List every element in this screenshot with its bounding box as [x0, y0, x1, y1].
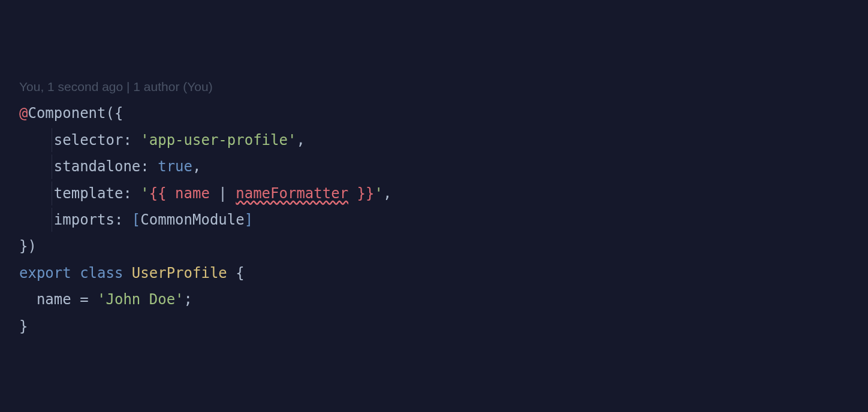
- space: [71, 265, 80, 281]
- comma: ,: [192, 158, 201, 175]
- pipe-operator: |: [210, 185, 236, 202]
- indent: [19, 185, 54, 202]
- code-line-2[interactable]: selector: 'app-user-profile',: [19, 127, 868, 153]
- class-keyword: class: [80, 265, 123, 281]
- quote-open: ': [140, 132, 149, 149]
- code-line-9[interactable]: }: [19, 313, 868, 340]
- quote-close: ': [288, 132, 296, 149]
- indent: [19, 291, 37, 308]
- colon: :: [140, 158, 158, 175]
- class-name: UserProfile: [132, 265, 227, 281]
- semicolon: ;: [184, 291, 192, 308]
- field-name: name: [37, 291, 71, 308]
- colon: :: [114, 211, 132, 228]
- space: [123, 265, 131, 281]
- prop-template-key: template: [54, 185, 123, 202]
- comma: ,: [296, 132, 305, 149]
- quote-open: ': [140, 185, 149, 202]
- interp-close: }}: [348, 185, 374, 202]
- quote-open: ': [97, 291, 106, 308]
- equals: =: [71, 291, 97, 308]
- string-value: John Doe: [106, 291, 176, 308]
- comma: ,: [383, 185, 391, 202]
- brace-open: {: [236, 265, 244, 281]
- colon: :: [123, 132, 140, 149]
- prop-selector-key: selector: [54, 132, 123, 149]
- space: [227, 265, 236, 281]
- indent: [19, 211, 54, 228]
- quote-close: ': [374, 185, 382, 202]
- selector-value: app-user-profile: [149, 132, 288, 149]
- code-line-4[interactable]: template: '{{ name | nameFormatter }}',: [19, 180, 868, 207]
- code-line-3[interactable]: standalone: true,: [19, 153, 868, 180]
- bracket-open: [: [132, 211, 140, 228]
- code-line-6[interactable]: }): [19, 233, 868, 259]
- indent: [19, 158, 54, 175]
- import-commonmodule: CommonModule: [140, 211, 244, 228]
- prop-standalone-key: standalone: [54, 158, 141, 175]
- export-keyword: export: [19, 265, 71, 281]
- code-line-5[interactable]: imports: [CommonModule]: [19, 207, 868, 233]
- code-line-8[interactable]: name = 'John Doe';: [19, 286, 868, 313]
- interp-open: {{: [149, 185, 175, 202]
- decorator-at: @: [19, 105, 28, 122]
- git-codelens[interactable]: You, 1 second ago | 1 author (You): [19, 78, 868, 95]
- prop-imports-key: imports: [54, 211, 114, 228]
- open-paren-brace: ({: [106, 105, 123, 122]
- true-keyword: true: [158, 158, 192, 175]
- code-line-1[interactable]: @Component({: [19, 100, 868, 126]
- template-var-name: name: [175, 185, 210, 202]
- colon: :: [123, 185, 140, 202]
- close-brace-paren: }): [19, 238, 37, 255]
- brace-close: }: [19, 318, 28, 335]
- pipe-nameformatter-error[interactable]: nameFormatter: [236, 185, 348, 202]
- bracket-close: ]: [245, 211, 253, 228]
- code-line-7[interactable]: export class UserProfile {: [19, 260, 868, 286]
- quote-close: ': [175, 291, 183, 308]
- indent: [19, 132, 54, 149]
- decorator-name: Component: [28, 105, 106, 122]
